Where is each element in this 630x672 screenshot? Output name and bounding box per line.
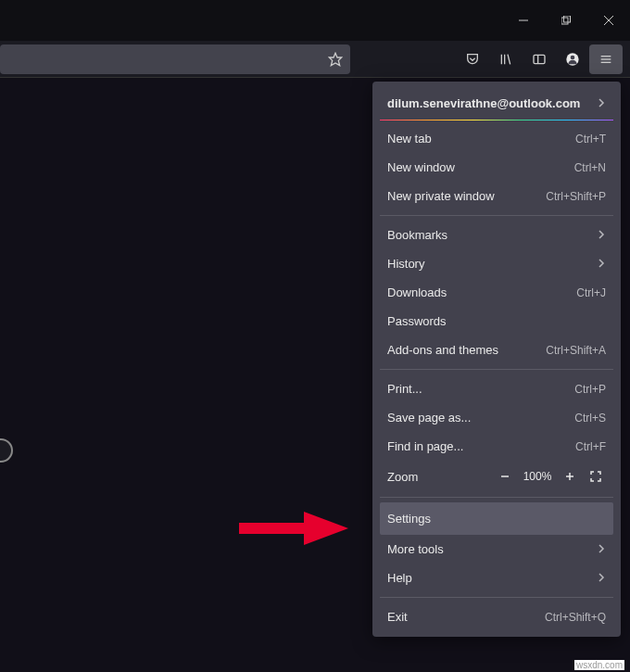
menu-shortcut: Ctrl+T (575, 133, 606, 146)
account-email: dilum.senevirathne@outlook.com (387, 96, 580, 110)
svg-marker-5 (329, 53, 341, 65)
menu-shortcut: Ctrl+Shift+Q (545, 611, 606, 624)
find-in-page-menu-item[interactable]: Find in page... Ctrl+F (372, 432, 621, 461)
menu-label: Passwords (387, 314, 447, 328)
menu-label: Settings (387, 512, 431, 526)
addons-menu-item[interactable]: Add-ons and themes Ctrl+Shift+A (372, 336, 621, 364)
menu-shortcut: Ctrl+Shift+P (546, 190, 606, 203)
chevron-right-icon (597, 96, 606, 110)
zoom-menu-row: Zoom 100% (372, 461, 621, 492)
account-icon[interactable] (556, 44, 589, 74)
zoom-level: 100% (521, 470, 554, 483)
history-menu-item[interactable]: History (372, 249, 621, 278)
chevron-right-icon (597, 542, 606, 556)
minimize-button[interactable] (502, 0, 545, 41)
menu-shortcut: Ctrl+P (574, 383, 606, 396)
zoom-out-button[interactable] (495, 466, 515, 487)
menu-shortcut: Ctrl+N (574, 161, 606, 174)
chevron-right-icon (597, 257, 606, 271)
exit-menu-item[interactable]: Exit Ctrl+Shift+Q (372, 602, 621, 631)
downloads-menu-item[interactable]: Downloads Ctrl+J (372, 278, 621, 307)
chevron-right-icon (597, 571, 606, 585)
svg-rect-2 (564, 16, 571, 22)
menu-label: History (387, 257, 424, 271)
rainbow-divider (380, 120, 613, 120)
menu-shortcut: Ctrl+J (576, 286, 606, 299)
zoom-in-button[interactable] (560, 466, 580, 487)
browser-toolbar (0, 41, 630, 78)
save-page-as-menu-item[interactable]: Save page as... Ctrl+S (372, 403, 621, 432)
maximize-button[interactable] (545, 0, 587, 41)
menu-label: More tools (387, 542, 444, 556)
menu-shortcut: Ctrl+F (575, 440, 606, 453)
menu-label: Add-ons and themes (387, 343, 498, 357)
fullscreen-button[interactable] (586, 466, 606, 487)
close-button[interactable] (587, 0, 630, 41)
print-menu-item[interactable]: Print... Ctrl+P (372, 374, 621, 403)
menu-shortcut: Ctrl+Shift+A (546, 344, 606, 357)
menu-label: New private window (387, 189, 495, 203)
svg-line-8 (508, 54, 510, 64)
passwords-menu-item[interactable]: Passwords (372, 307, 621, 336)
sidebar-icon[interactable] (523, 44, 556, 74)
more-tools-menu-item[interactable]: More tools (372, 535, 621, 564)
library-icon[interactable] (489, 44, 523, 74)
watermark: wsxdn.com (574, 660, 624, 670)
window-titlebar (0, 0, 630, 41)
menu-divider (380, 597, 613, 598)
menu-shortcut: Ctrl+S (574, 412, 606, 425)
url-bar[interactable] (0, 44, 350, 74)
account-menu-item[interactable]: dilum.senevirathne@outlook.com (372, 87, 621, 120)
svg-rect-1 (561, 18, 568, 24)
menu-divider (380, 497, 613, 498)
menu-label: Bookmarks (387, 228, 447, 242)
menu-label: Downloads (387, 285, 447, 299)
menu-label: Find in page... (387, 439, 463, 453)
menu-label: Print... (387, 382, 422, 396)
pocket-icon[interactable] (456, 44, 489, 74)
menu-label: New window (387, 160, 455, 174)
new-tab-menu-item[interactable]: New tab Ctrl+T (372, 124, 621, 153)
bookmark-star-icon[interactable] (328, 52, 343, 67)
svg-point-12 (571, 55, 575, 59)
menu-label: Help (387, 571, 412, 585)
settings-menu-item[interactable]: Settings (380, 502, 613, 535)
application-menu: dilum.senevirathne@outlook.com New tab C… (372, 82, 621, 637)
new-private-window-menu-item[interactable]: New private window Ctrl+Shift+P (372, 182, 621, 210)
menu-label: Save page as... (387, 411, 471, 425)
menu-divider (380, 369, 613, 370)
bookmarks-menu-item[interactable]: Bookmarks (372, 221, 621, 249)
zoom-label: Zoom (387, 470, 418, 484)
menu-divider (380, 215, 613, 216)
chevron-right-icon (597, 228, 606, 242)
svg-rect-9 (534, 55, 545, 63)
hamburger-menu-button[interactable] (589, 44, 623, 74)
menu-label: Exit (387, 610, 408, 624)
help-menu-item[interactable]: Help (372, 564, 621, 592)
new-window-menu-item[interactable]: New window Ctrl+N (372, 153, 621, 182)
menu-label: New tab (387, 132, 432, 146)
